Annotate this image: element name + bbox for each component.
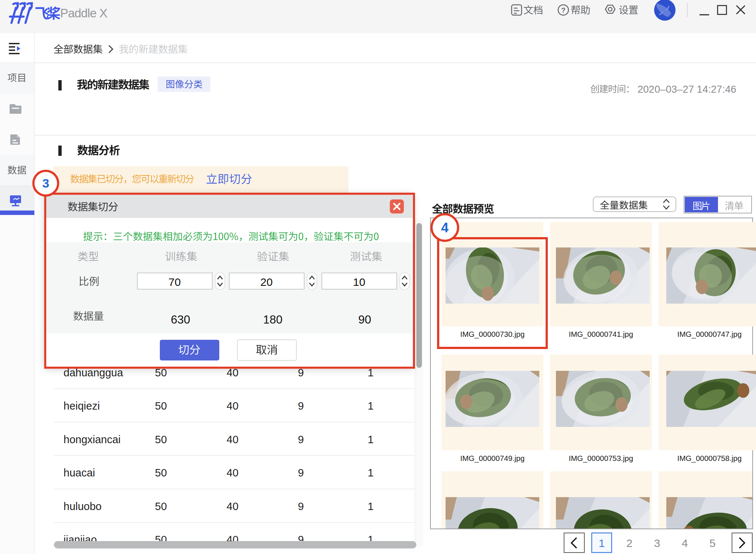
svg-text:IMG_00000741.jpg: IMG_00000741.jpg [569,330,633,339]
svg-text:50: 50 [155,434,167,445]
svg-text:40: 40 [227,434,238,445]
svg-text:1: 1 [368,400,374,412]
svg-text:20: 20 [260,276,272,288]
svg-text:40: 40 [227,500,238,512]
svg-text:IMG_00000753.jpg: IMG_00000753.jpg [569,454,633,463]
svg-text:50: 50 [155,467,167,479]
svg-text:IMG_00000747.jpg: IMG_00000747.jpg [677,330,742,339]
svg-text:5: 5 [709,537,716,549]
svg-text:4: 4 [441,220,449,235]
svg-text:10: 10 [353,276,365,288]
svg-text:50: 50 [155,400,167,412]
svg-text:9: 9 [298,467,304,479]
svg-text:40: 40 [227,400,238,412]
svg-text:1: 1 [368,434,374,445]
svg-text:hongxiancai: hongxiancai [63,434,121,445]
svg-text:90: 90 [358,313,371,326]
svg-text:70: 70 [168,276,181,288]
svg-text:2020–03–27 14:27:46: 2020–03–27 14:27:46 [638,83,736,95]
svg-text:1: 1 [599,537,605,549]
svg-text:2: 2 [626,537,633,549]
svg-text:1: 1 [368,500,374,512]
svg-text:huacai: huacai [63,467,95,479]
svg-text:4: 4 [682,537,688,549]
svg-text:630: 630 [171,313,190,326]
svg-text:heiqiezi: heiqiezi [63,400,100,412]
svg-text:9: 9 [298,434,304,445]
svg-text:40: 40 [227,467,238,479]
svg-text:Paddle X: Paddle X [60,6,107,20]
svg-text:huluobo: huluobo [63,500,102,512]
svg-text:3: 3 [42,176,49,190]
svg-text:180: 180 [263,313,283,326]
svg-text:?: ? [561,6,566,14]
svg-text:9: 9 [298,500,304,512]
svg-text:50: 50 [155,500,167,512]
svg-text:1: 1 [368,467,374,479]
svg-text:3: 3 [654,537,660,549]
svg-text:IMG_00000758.jpg: IMG_00000758.jpg [677,454,742,463]
svg-text:IMG_00000730.jpg: IMG_00000730.jpg [460,330,525,339]
svg-text:IMG_00000749.jpg: IMG_00000749.jpg [460,454,525,463]
svg-text:9: 9 [298,400,304,412]
